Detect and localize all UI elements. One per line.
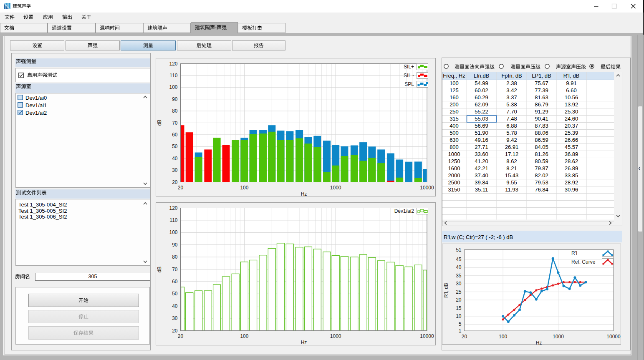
svg-text:82.02: 82.02 xyxy=(535,172,548,179)
svg-text:20: 20 xyxy=(172,328,178,334)
svg-text:60.29: 60.29 xyxy=(475,94,488,101)
svg-text:80: 80 xyxy=(172,254,178,260)
svg-text:76.84: 76.84 xyxy=(535,186,548,193)
svg-text:80.59: 80.59 xyxy=(535,158,548,164)
svg-text:20: 20 xyxy=(178,185,184,191)
svg-text:40: 40 xyxy=(172,156,178,161)
svg-text:25.39: 25.39 xyxy=(565,130,578,136)
svg-text:9.55: 9.55 xyxy=(506,179,517,186)
svg-text:26.66: 26.66 xyxy=(565,137,578,143)
svg-text:Dev1/ai2: Dev1/ai2 xyxy=(394,208,414,214)
svg-text:15: 15 xyxy=(456,305,462,311)
svg-text:79.87: 79.87 xyxy=(535,165,548,171)
svg-text:25: 25 xyxy=(456,289,462,295)
svg-text:R'I: R'I xyxy=(571,250,577,256)
svg-text:30: 30 xyxy=(172,315,178,321)
svg-text:120: 120 xyxy=(169,205,177,211)
svg-text:100: 100 xyxy=(450,80,459,86)
svg-text:9.42: 9.42 xyxy=(506,137,517,143)
svg-text:70: 70 xyxy=(172,120,178,126)
svg-text:39.84: 39.84 xyxy=(475,179,488,186)
svg-text:1250: 1250 xyxy=(448,158,460,164)
svg-text:51.90: 51.90 xyxy=(475,130,488,136)
svg-text:315: 315 xyxy=(450,116,459,122)
svg-text:11.93: 11.93 xyxy=(505,186,518,193)
svg-text:1000: 1000 xyxy=(330,333,341,339)
svg-text:1600: 1600 xyxy=(448,165,460,171)
svg-text:SPL: SPL xyxy=(404,81,414,87)
svg-text:30: 30 xyxy=(456,281,462,287)
svg-text:10.56: 10.56 xyxy=(565,94,578,101)
svg-text:120: 120 xyxy=(169,61,177,67)
svg-text:20: 20 xyxy=(456,297,462,303)
svg-text:100: 100 xyxy=(169,229,177,235)
svg-text:30: 30 xyxy=(172,167,178,173)
svg-text:20: 20 xyxy=(172,179,178,185)
svg-text:1000: 1000 xyxy=(330,185,341,191)
svg-text:100: 100 xyxy=(240,333,248,339)
svg-text:10000: 10000 xyxy=(420,185,434,191)
svg-text:36.89: 36.89 xyxy=(565,151,578,157)
svg-text:70: 70 xyxy=(172,267,178,272)
svg-text:24.60: 24.60 xyxy=(565,116,578,122)
svg-text:8.62: 8.62 xyxy=(506,158,517,164)
svg-text:100: 100 xyxy=(499,334,507,340)
svg-text:2.38: 2.38 xyxy=(506,80,517,86)
svg-text:1000: 1000 xyxy=(448,151,460,157)
svg-text:3.37: 3.37 xyxy=(506,94,517,101)
svg-text:37.40: 37.40 xyxy=(475,172,488,179)
svg-text:1000: 1000 xyxy=(553,334,564,340)
svg-text:20: 20 xyxy=(462,334,467,340)
svg-text:10000: 10000 xyxy=(606,334,621,340)
svg-text:2500: 2500 xyxy=(448,179,460,186)
svg-text:dB: dB xyxy=(157,267,162,273)
svg-text:500: 500 xyxy=(450,130,459,136)
svg-text:40: 40 xyxy=(456,264,462,270)
svg-text:110: 110 xyxy=(169,73,177,78)
svg-text:400: 400 xyxy=(450,123,459,129)
svg-text:77.39: 77.39 xyxy=(535,87,548,93)
svg-text:88.06: 88.06 xyxy=(535,130,548,136)
svg-text:86.59: 86.59 xyxy=(535,137,548,143)
svg-text:10000: 10000 xyxy=(420,333,434,339)
svg-text:6.88: 6.88 xyxy=(506,123,517,129)
svg-text:81.63: 81.63 xyxy=(535,94,548,101)
svg-text:45: 45 xyxy=(456,257,462,262)
svg-text:54.99: 54.99 xyxy=(475,80,488,86)
svg-text:100: 100 xyxy=(240,185,248,191)
svg-text:28.92: 28.92 xyxy=(565,179,578,186)
svg-text:90: 90 xyxy=(172,96,178,102)
svg-text:3.42: 3.42 xyxy=(506,87,517,93)
svg-text:Hz: Hz xyxy=(301,340,307,345)
svg-text:100: 100 xyxy=(169,84,177,90)
svg-text:SIL -: SIL - xyxy=(404,73,414,78)
svg-text:60: 60 xyxy=(172,132,178,138)
svg-text:80: 80 xyxy=(172,108,178,114)
svg-text:250: 250 xyxy=(450,108,459,115)
svg-text:75.67: 75.67 xyxy=(535,80,548,86)
svg-text:33.60: 33.60 xyxy=(475,151,488,157)
svg-text:49.16: 49.16 xyxy=(475,137,488,143)
svg-text:8.21: 8.21 xyxy=(506,165,517,171)
svg-text:160: 160 xyxy=(450,94,459,101)
svg-text:110: 110 xyxy=(169,217,177,223)
svg-text:630: 630 xyxy=(450,137,459,143)
svg-text:200: 200 xyxy=(450,101,459,108)
svg-text:81.26: 81.26 xyxy=(535,151,548,157)
svg-text:Hz: Hz xyxy=(536,340,542,345)
svg-text:3150: 3150 xyxy=(448,186,460,193)
svg-text:FpIn, dB: FpIn, dB xyxy=(501,73,522,79)
svg-text:28.62: 28.62 xyxy=(565,158,578,164)
svg-text:26.89: 26.89 xyxy=(565,165,578,171)
svg-text:13.92: 13.92 xyxy=(565,101,578,108)
svg-text:5: 5 xyxy=(459,321,462,327)
svg-text:dB: dB xyxy=(157,120,162,126)
svg-text:R'I, dB: R'I, dB xyxy=(443,283,449,298)
svg-text:41.20: 41.20 xyxy=(475,158,488,164)
svg-text:79.53: 79.53 xyxy=(535,179,548,186)
svg-text:25.30: 25.30 xyxy=(565,108,578,115)
svg-text:33.85: 33.85 xyxy=(565,172,578,179)
svg-text:56.69: 56.69 xyxy=(475,123,488,129)
svg-text:5.38: 5.38 xyxy=(506,101,517,108)
svg-text:20: 20 xyxy=(178,333,184,339)
